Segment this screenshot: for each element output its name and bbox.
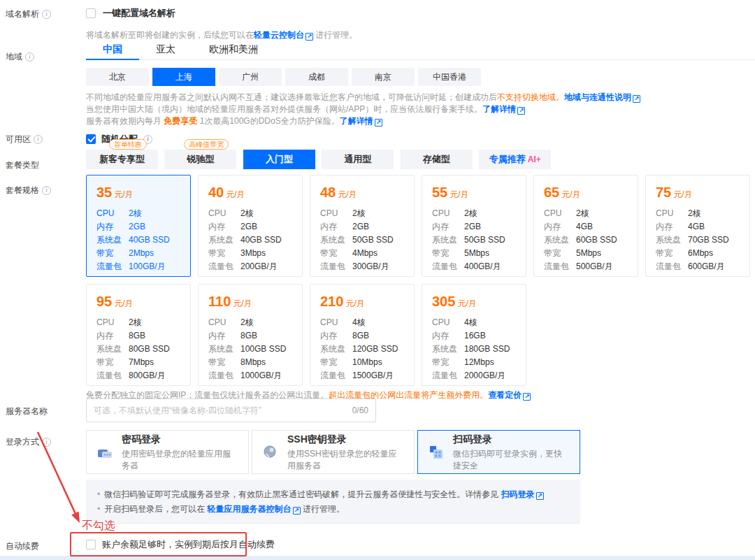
login-card-qrcode[interactable]: 扫码登录 微信扫码即可登录实例，更快捷安全 — [417, 430, 580, 474]
plan-card[interactable]: 65元/月 CPU2核 内存4GB 系统盘60GB SSD — [533, 175, 638, 277]
pricing-link[interactable]: 查看定价 — [488, 390, 522, 400]
plan-spec-row: CPU2核 — [208, 316, 292, 329]
info-icon[interactable]: i — [42, 10, 51, 19]
plan-spec-row: 内存16GB — [432, 329, 516, 343]
promo-badge: 首单特惠 — [109, 139, 147, 150]
external-link-icon[interactable] — [293, 507, 301, 515]
plan-type-button[interactable]: 新客专享型 — [86, 150, 158, 169]
region-notice-line: 服务器有效期内每月 免费享受 1次最高100G的DDoS全力防护保险。了解详情 — [86, 115, 640, 127]
plan-type-item[interactable]: 入门型 — [243, 150, 315, 169]
field-label-plan-spec: 套餐规格i — [6, 185, 51, 196]
lighthouse-console-link[interactable]: 轻量云控制台 — [254, 30, 304, 40]
auto-renew-checkbox[interactable] — [86, 540, 96, 550]
external-link-icon[interactable] — [633, 95, 640, 103]
qrcode-login-link[interactable]: 扫码登录 — [501, 489, 535, 499]
region-city-button[interactable]: 南京 — [352, 68, 415, 86]
ai-plus-tag: AI+ — [528, 155, 541, 164]
plan-spec-row: 系统盘40GB SSD — [208, 234, 292, 247]
plan-type-button[interactable]: 锐驰型 — [164, 150, 236, 169]
plan-type-button[interactable]: 通用型 — [322, 150, 394, 169]
plan-spec-row: 内存8GB — [208, 329, 292, 343]
ddos-learn-more-link[interactable]: 了解详情 — [340, 116, 373, 126]
external-link-icon[interactable] — [517, 107, 525, 115]
plan-spec-row: CPU4核 — [432, 316, 516, 329]
plan-card[interactable]: 48元/月 CPU2核 内存2GB 系统盘50GB SSD — [310, 175, 415, 277]
annotation-text: 不勾选 — [82, 519, 115, 533]
promo-badge: 高峰值带宽 — [184, 139, 229, 150]
region-city-button[interactable]: 广州 — [219, 68, 282, 86]
lighthouse-purchase-form: 域名解析i 地域i 可用区i 套餐类型 套餐规格i 服务器名称 登录方式i 自动… — [0, 0, 755, 560]
plan-spec-row: 流量包600GB/月 — [656, 260, 740, 273]
external-link-icon[interactable] — [305, 33, 313, 41]
region-connectivity-link[interactable]: 地域与连通性说明 — [564, 92, 631, 102]
plan-card[interactable]: 95元/月 CPU2核 内存8GB 系统盘80GB SSD — [86, 284, 191, 386]
external-link-icon[interactable] — [375, 119, 382, 127]
plan-spec-row: 系统盘180GB SSD — [432, 343, 516, 356]
plan-spec-row: 系统盘50GB SSD — [320, 234, 404, 247]
info-icon[interactable]: i — [42, 186, 51, 195]
plan-spec-row: CPU2核 — [96, 207, 180, 220]
plan-price: 55元/月 — [432, 185, 516, 201]
info-icon[interactable]: i — [42, 438, 51, 447]
login-card-ssh[interactable]: SSH密钥登录 使用SSH密钥登录您的轻量应用服务器 — [252, 430, 415, 474]
plan-type-item[interactable]: 通用型 — [322, 150, 394, 169]
login-card-password[interactable]: 密码登录 使用密码登录您的轻量应用服务器 — [86, 430, 249, 474]
info-icon[interactable]: i — [25, 52, 34, 62]
plan-spec-row: CPU2核 — [544, 207, 628, 220]
region-tab[interactable]: 欧洲和美洲 — [192, 42, 275, 60]
region-city-button[interactable]: 中国香港 — [418, 68, 481, 86]
region-tab[interactable]: 亚太 — [139, 42, 192, 60]
plan-spec-list: CPU2核 内存8GB 系统盘100GB SSD 带宽8Mbps — [208, 316, 292, 382]
plan-card[interactable]: 55元/月 CPU2核 内存2GB 系统盘50GB SSD — [422, 175, 526, 277]
plan-spec-row: 带宽6Mbps — [656, 247, 740, 260]
plan-spec-row: CPU2核 — [96, 316, 180, 329]
plan-card[interactable]: 75元/月 CPU2核 内存4GB 系统盘70GB SSD — [645, 175, 750, 277]
info-icon[interactable]: i — [34, 135, 43, 144]
password-lock-icon — [96, 444, 113, 461]
server-name-input[interactable] — [94, 405, 347, 415]
field-label-plan-type: 套餐类型 — [6, 159, 39, 171]
plan-spec-row: 流量包800GB/月 — [96, 369, 180, 382]
plan-spec-row: 系统盘80GB SSD — [96, 343, 180, 356]
login-card-title: 扫码登录 — [453, 433, 570, 445]
plan-type-list: 首单特惠 新客专享型 高峰值带宽 锐驰型 入门型 通用型 存储型 — [86, 150, 554, 169]
plan-card[interactable]: 305元/月 CPU4核 内存16GB 系统盘180GB SSD — [422, 284, 526, 386]
plan-type-item[interactable]: 首单特惠 新客专享型 — [86, 150, 158, 169]
plan-card[interactable]: 210元/月 CPU4核 内存8GB 系统盘120GB SSD — [310, 284, 415, 386]
domain-resolve-label: 一键配置域名解析 — [103, 7, 175, 20]
plan-spec-row: 系统盘120GB SSD — [320, 343, 404, 356]
plan-spec-row: 带宽7Mbps — [96, 356, 180, 369]
plan-spec-list: CPU4核 内存16GB 系统盘180GB SSD 带宽12Mbps — [432, 316, 516, 382]
plan-type-button[interactable]: 入门型 — [243, 150, 315, 169]
plan-type-item[interactable]: 高峰值带宽 锐驰型 — [164, 150, 236, 169]
plan-price: 210元/月 — [320, 294, 404, 310]
plan-spec-row: 带宽4Mbps — [320, 247, 404, 260]
domain-resolve-desc: 将域名解析至即将创建的实例，后续您可以在轻量云控制台 进行管理。 — [86, 29, 357, 41]
plan-type-item[interactable]: 存储型 — [401, 150, 473, 169]
domain-resolve-checkbox[interactable] — [86, 8, 96, 18]
plan-spec-row: 带宽2Mbps — [96, 247, 180, 260]
plan-card[interactable]: 35元/月 CPU2核 内存2GB 系统盘40GB SSD — [86, 175, 191, 277]
icp-learn-more-link[interactable]: 了解详情 — [482, 104, 516, 114]
login-card-desc: 使用密码登录您的轻量应用服务器 — [122, 448, 238, 472]
plan-type-button[interactable]: 存储型 — [401, 150, 473, 169]
plan-card[interactable]: 110元/月 CPU2核 内存8GB 系统盘100GB SSD — [198, 284, 303, 386]
region-tab[interactable]: 中国 — [86, 42, 139, 60]
plan-spec-row: CPU4核 — [320, 316, 404, 329]
plan-spec-row: 内存4GB — [544, 220, 628, 234]
plan-card[interactable]: 40元/月 CPU2核 内存2GB 系统盘40GB SSD — [198, 175, 303, 277]
plan-spec-list: CPU2核 内存2GB 系统盘40GB SSD 带宽2Mbps — [96, 207, 180, 273]
plan-spec-row: 带宽3Mbps — [208, 247, 292, 260]
plan-spec-row: 带宽10Mbps — [320, 356, 404, 369]
plan-spec-row: 流量包1500GB/月 — [320, 369, 404, 382]
region-city-button[interactable]: 成都 — [285, 68, 348, 86]
plan-type-item[interactable]: 专属推荐AI+ — [479, 150, 551, 169]
plan-type-button[interactable]: 专属推荐AI+ — [479, 150, 551, 169]
external-link-icon[interactable] — [536, 492, 544, 500]
region-city-button[interactable]: 北京 — [86, 68, 149, 86]
region-city-button[interactable]: 上海 — [152, 68, 215, 86]
plan-spec-list: CPU2核 内存4GB 系统盘70GB SSD 带宽6Mbps — [656, 207, 740, 273]
external-link-icon[interactable] — [523, 393, 531, 401]
lighthouse-console-link[interactable]: 轻量应用服务器控制台 — [208, 504, 292, 514]
zone-random-checkbox[interactable] — [86, 134, 96, 144]
